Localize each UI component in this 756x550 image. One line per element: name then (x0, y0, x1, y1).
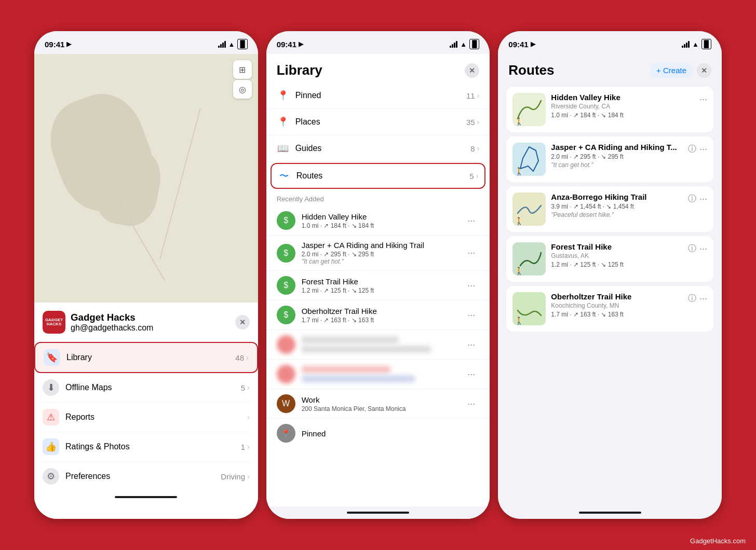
route-more-5[interactable]: ··· (699, 293, 707, 304)
recent-stats-4: 1.7 mi · ↗ 163 ft · ↘ 163 ft (302, 317, 464, 324)
route-card-5[interactable]: 🚶 Oberholtzer Trail Hike Koochiching Cou… (506, 286, 713, 332)
recent-item-1[interactable]: $ Hidden Valley Hike 1.0 mi · ↗ 184 ft ·… (266, 206, 490, 236)
phone1-frame: 09:41 ▶ ▲ █ (34, 31, 258, 519)
blur-icon-1 (277, 335, 295, 354)
route-thumb-5: 🚶 (512, 292, 546, 325)
blur-content-2 (302, 366, 464, 382)
route-info-2: Jasper + CA Riding and Hiking T... 2.0 m… (551, 143, 683, 169)
route-info-icon-2[interactable]: ⓘ (688, 144, 696, 155)
places-label: Places (295, 117, 466, 127)
menu-item-reports[interactable]: ⚠ Reports › (43, 403, 250, 432)
routes-chevron: › (476, 172, 479, 180)
menu-close-btn[interactable]: ✕ (235, 315, 250, 329)
recent-more-1[interactable]: ··· (463, 213, 479, 228)
blur-content-1 (302, 336, 464, 353)
lib-item-places[interactable]: 📍 Places 35 › (266, 109, 490, 135)
signal-2 (450, 41, 457, 48)
menu-item-ratings[interactable]: 👍 Ratings & Photos 1 › (43, 432, 250, 462)
home-bar-3 (579, 512, 641, 514)
recent-item-work[interactable]: W Work 200 Santa Monica Pier, Santa Moni… (266, 389, 490, 419)
route-stats-3: 3.9 mi · ↗ 1,454 ft · ↘ 1,454 ft (551, 203, 683, 210)
guides-count: 8 (470, 144, 475, 153)
recently-added-header: Recently Added (266, 190, 490, 206)
menu-item-offline[interactable]: ⬇ Offline Maps 5 › (43, 373, 250, 403)
location-icon-3: ▶ (531, 40, 535, 48)
recent-more-4[interactable]: ··· (463, 308, 479, 323)
route-card-2[interactable]: 🚶 Jasper + CA Riding and Hiking T... 2.0… (506, 136, 713, 182)
offline-value: 5 (241, 383, 245, 392)
status-bar-1: 09:41 ▶ ▲ █ (34, 31, 258, 54)
blur-icon-2 (277, 365, 295, 383)
recent-stats-2: 2.0 mi · ↗ 295 ft · ↘ 295 ft (302, 251, 464, 258)
route-card-4[interactable]: 🚶 Forest Trail Hike Gustavus, AK 1.2 mi … (506, 236, 713, 282)
route-more-1[interactable]: ··· (699, 94, 707, 105)
route-more-4[interactable]: ··· (699, 243, 707, 254)
phone3-frame: 09:41 ▶ ▲ █ Routes + Create ✕ (498, 31, 722, 519)
route-stats-4: 1.2 mi · ↗ 125 ft · ↘ 125 ft (551, 261, 683, 268)
map-location-btn[interactable]: ◎ (233, 80, 252, 99)
route-actions-1: ··· (699, 93, 707, 105)
route-info-icon-5[interactable]: ⓘ (688, 293, 696, 304)
wifi-icon-3: ▲ (692, 40, 699, 48)
route-stats-5: 1.7 mi · ↗ 163 ft · ↘ 163 ft (551, 311, 683, 318)
offline-chevron: › (247, 383, 250, 392)
recent-more-work[interactable]: ··· (463, 396, 479, 411)
recent-item-2[interactable]: $ Jasper + CA Riding and Hiking Trail 2.… (266, 236, 490, 271)
routes-icon: 〜 (278, 170, 290, 182)
prefs-icon: ⚙ (43, 468, 59, 485)
recent-name-2: Jasper + CA Riding and Hiking Trail (302, 241, 464, 250)
recent-item-3[interactable]: $ Forest Trail Hike 1.2 mi · ↗ 125 ft · … (266, 271, 490, 300)
route-info-icon-3[interactable]: ⓘ (688, 194, 696, 204)
avatar: GADGETHACKS (43, 311, 65, 334)
lib-item-routes[interactable]: 〜 Routes 5 › (271, 163, 486, 189)
pinned-label: Pinned (295, 91, 466, 100)
map-controls: ⊞ ◎ (233, 60, 252, 99)
recent-more-2[interactable]: ··· (463, 245, 479, 260)
recent-more-3[interactable]: ··· (463, 278, 479, 293)
route-card-1[interactable]: 🚶 Hidden Valley Hike Riverside County, C… (506, 87, 713, 132)
route-info-3: Anza-Borrego Hiking Trail 3.9 mi · ↗ 1,4… (551, 192, 683, 218)
map-grid-btn[interactable]: ⊞ (233, 60, 252, 79)
routes-close-btn[interactable]: ✕ (697, 63, 711, 78)
blur-more-1[interactable]: ··· (463, 337, 479, 352)
menu-item-library[interactable]: 🔖 Library 48 › (34, 342, 258, 373)
lib-item-guides[interactable]: 📖 Guides 8 › (266, 135, 490, 162)
places-count: 35 (466, 118, 475, 127)
route-stats-1: 1.0 mi · ↗ 184 ft · ↘ 184 ft (551, 112, 694, 119)
recent-note-2: "It can get hot." (302, 258, 464, 265)
route-more-2[interactable]: ··· (699, 144, 707, 155)
home-indicator-1 (43, 491, 250, 503)
routes-list: 🚶 Hidden Valley Hike Riverside County, C… (498, 82, 722, 506)
route-more-3[interactable]: ··· (699, 194, 707, 204)
blur-more-2[interactable]: ··· (463, 367, 479, 382)
user-info: GADGETHACKS Gadget Hacks gh@gadgethacks.… (43, 311, 153, 334)
recent-item-pinned[interactable]: 📍 Pinned (266, 419, 490, 448)
recent-name-work: Work (302, 395, 464, 404)
wifi-icon-1: ▲ (228, 40, 235, 48)
blur-text-1b (302, 346, 431, 353)
route-name-3: Anza-Borrego Hiking Trail (551, 192, 683, 201)
route-card-3[interactable]: 🚶 Anza-Borrego Hiking Trail 3.9 mi · ↗ 1… (506, 186, 713, 232)
library-close-btn[interactable]: ✕ (465, 63, 479, 78)
battery-icon-3: █ (701, 39, 711, 49)
time-3: 09:41 (508, 40, 528, 49)
library-icon-symbol: 🔖 (46, 352, 58, 363)
reports-icon-symbol: ⚠ (47, 411, 55, 423)
recent-item-4[interactable]: $ Oberholtzer Trail Hike 1.7 mi · ↗ 163 … (266, 300, 490, 330)
route-thumb-1: 🚶 (512, 93, 546, 126)
library-title: Library (277, 62, 322, 78)
route-info-icon-4[interactable]: ⓘ (688, 243, 696, 254)
location-icon-1: ▶ (66, 40, 71, 48)
blur-text-1a (302, 336, 399, 343)
prefs-chevron: › (247, 472, 250, 480)
user-name: Gadget Hacks (71, 312, 153, 323)
route-name-1: Hidden Valley Hike (551, 93, 694, 102)
map-view: ⊞ ◎ HiddValle GADGETHACKS Gadget Hacks (34, 54, 258, 519)
lib-item-pinned[interactable]: 📍 Pinned 11 › (266, 82, 490, 109)
places-chevron: › (477, 118, 480, 126)
watermark: GadgetHacks.com (690, 537, 746, 545)
create-route-btn[interactable]: + Create (650, 63, 693, 78)
route-actions-2: ⓘ ··· (688, 143, 707, 155)
menu-item-prefs[interactable]: ⚙ Preferences Driving › (43, 462, 250, 491)
blurred-item-2: ··· (266, 360, 490, 389)
